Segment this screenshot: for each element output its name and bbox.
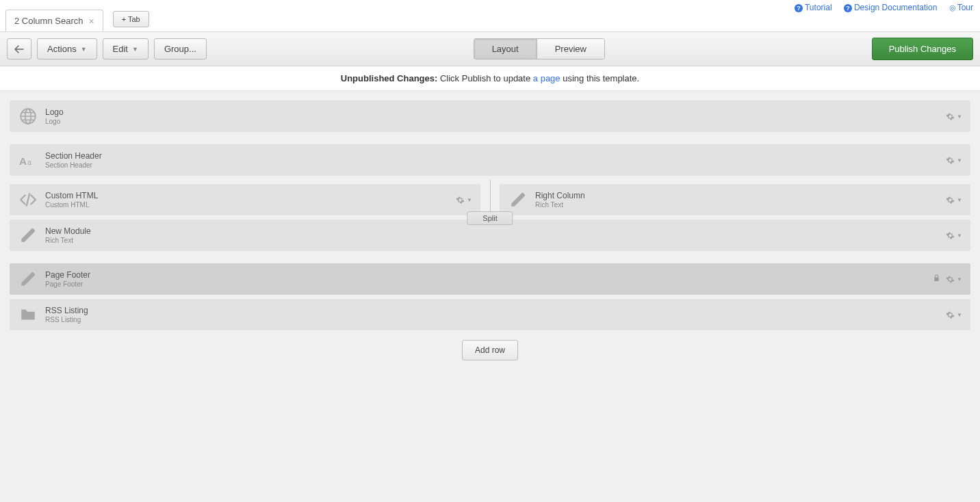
module-rss-listing[interactable]: RSS Listing RSS Listing ▼: [10, 299, 970, 330]
module-title: Page Footer: [45, 270, 933, 280]
layout-tab[interactable]: Layout: [474, 39, 537, 59]
help-icon: ?: [844, 4, 852, 12]
module-title: Logo: [45, 107, 946, 117]
gear-icon: [946, 311, 955, 319]
svg-text:A: A: [19, 155, 27, 167]
module-title: RSS Listing: [45, 306, 946, 315]
module-settings[interactable]: ▼: [456, 196, 472, 204]
gear-icon: [946, 196, 955, 204]
globe-icon: [18, 106, 38, 127]
gear-icon: [946, 156, 955, 165]
back-icon: [14, 45, 24, 53]
add-tab-button[interactable]: + Tab: [113, 11, 149, 27]
module-subtitle: Rich Text: [535, 201, 946, 209]
module-custom-html[interactable]: Custom HTML Custom HTML ▼: [10, 184, 480, 215]
module-subtitle: Rich Text: [45, 237, 946, 244]
gear-icon: [456, 196, 465, 204]
module-subtitle: Logo: [45, 118, 946, 125]
design-doc-link[interactable]: ?Design Documentation: [844, 3, 937, 12]
publish-button[interactable]: Publish Changes: [872, 38, 973, 60]
unpublished-notice: Unpublished Changes: Click Publish to up…: [0, 66, 980, 91]
text-icon: Aa: [18, 150, 38, 170]
layout-canvas: Logo Logo ▼ Aa Section Header Section He…: [0, 91, 980, 377]
svg-text:a: a: [27, 158, 32, 166]
module-title: Custom HTML: [45, 191, 456, 200]
module-settings[interactable]: ▼: [946, 112, 962, 121]
module-settings[interactable]: ▼: [946, 231, 962, 240]
folder-icon: [18, 304, 38, 325]
group-button[interactable]: Group...: [154, 38, 207, 60]
help-links: ?Tutorial ?Design Documentation ◎Tour: [785, 0, 973, 15]
code-icon: [18, 189, 38, 210]
notice-link[interactable]: a page: [533, 73, 560, 83]
pin-icon: ◎: [949, 3, 956, 12]
module-title: Right Column: [535, 191, 946, 200]
column-divider[interactable]: [480, 180, 500, 215]
module-subtitle: RSS Listing: [45, 316, 946, 323]
gear-icon: [946, 231, 955, 240]
module-section-header[interactable]: Aa Section Header Section Header ▼: [10, 144, 970, 176]
view-toggle: Layout Preview: [474, 38, 605, 60]
two-column-row: Custom HTML Custom HTML ▼: [10, 180, 970, 251]
toolbar: Actions▼ Edit▼ Group... Layout Preview P…: [0, 32, 980, 66]
actions-dropdown[interactable]: Actions▼: [37, 38, 97, 60]
module-settings[interactable]: ▼: [946, 275, 962, 284]
module-subtitle: Page Footer: [45, 280, 933, 288]
lock-icon: [933, 274, 940, 285]
module-page-footer[interactable]: Page Footer Page Footer ▼: [10, 263, 970, 295]
gear-icon: [946, 112, 955, 121]
gear-icon: [946, 275, 955, 284]
help-icon: ?: [795, 4, 803, 12]
module-settings[interactable]: ▼: [946, 311, 962, 319]
edit-dropdown[interactable]: Edit▼: [103, 38, 149, 60]
split-button[interactable]: Split: [467, 211, 513, 225]
edit-icon: [508, 189, 528, 210]
close-icon[interactable]: ×: [88, 16, 94, 26]
edit-icon: [18, 269, 38, 289]
add-row-button[interactable]: Add row: [462, 340, 518, 360]
edit-icon: [18, 225, 38, 246]
module-logo[interactable]: Logo Logo ▼: [10, 101, 970, 132]
module-settings[interactable]: ▼: [946, 196, 962, 204]
tour-link[interactable]: ◎Tour: [949, 3, 973, 12]
tab-active[interactable]: 2 Column Search ×: [5, 10, 103, 31]
preview-tab[interactable]: Preview: [537, 39, 604, 59]
module-right-column[interactable]: Right Column Rich Text ▼: [500, 184, 970, 215]
module-subtitle: Custom HTML: [45, 201, 456, 209]
back-button[interactable]: [7, 38, 31, 60]
module-subtitle: Section Header: [45, 161, 946, 169]
module-title: Section Header: [45, 151, 946, 161]
tutorial-link[interactable]: ?Tutorial: [795, 3, 832, 12]
tab-title: 2 Column Search: [14, 16, 83, 26]
notice-prefix: Unpublished Changes:: [341, 73, 438, 83]
module-title: New Module: [45, 226, 946, 236]
module-settings[interactable]: ▼: [946, 156, 962, 165]
